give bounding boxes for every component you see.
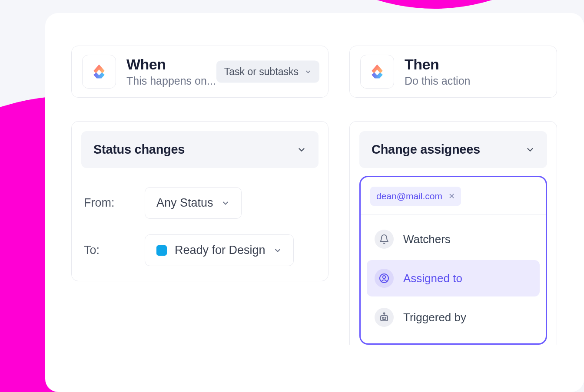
scope-label: Task or subtasks <box>224 66 299 78</box>
scope-selector[interactable]: Task or subtasks <box>216 61 319 83</box>
then-title: Then <box>405 56 470 73</box>
then-subtitle: Do this action <box>405 75 470 87</box>
trigger-type-selector[interactable]: Status changes <box>81 131 319 168</box>
robot-icon <box>375 308 394 327</box>
to-status-row: To: Ready for Design <box>81 234 319 266</box>
app-logo-box <box>82 55 116 89</box>
option-triggered-by[interactable]: Triggered by <box>367 299 540 336</box>
to-status-select[interactable]: Ready for Design <box>145 234 294 266</box>
when-column: When This happens on... Task or subtasks… <box>71 46 328 345</box>
chevron-down-icon <box>221 199 230 208</box>
option-label: Watchers <box>403 233 451 246</box>
from-status-value: Any Status <box>156 196 213 210</box>
assignee-option-list: Watchers Assigned to Tri <box>361 215 546 343</box>
from-status-select[interactable]: Any Status <box>145 187 242 219</box>
assignee-tag-row: dean@mail.com ✕ <box>361 177 546 215</box>
chevron-down-icon <box>297 145 306 155</box>
from-label: From: <box>84 196 145 210</box>
chevron-down-icon <box>273 246 282 255</box>
then-column: Then Do this action Change assignees dea… <box>349 46 557 345</box>
clickup-logo-icon <box>368 62 387 81</box>
from-status-row: From: Any Status <box>81 187 319 219</box>
to-status-value: Ready for Design <box>175 244 265 257</box>
to-label: To: <box>84 244 145 257</box>
action-type-selector[interactable]: Change assignees <box>359 131 547 168</box>
chevron-down-icon <box>305 68 312 75</box>
trigger-title: Status changes <box>93 142 185 157</box>
clickup-logo-icon <box>90 62 109 81</box>
trigger-section: Status changes From: Any Status To: Read… <box>71 121 328 281</box>
remove-tag-icon[interactable]: ✕ <box>448 191 455 201</box>
option-label: Assigned to <box>403 272 462 285</box>
bell-icon <box>375 230 394 249</box>
svg-point-1 <box>383 276 385 278</box>
when-subtitle: This happens on... <box>126 75 216 87</box>
app-logo-box <box>360 55 394 89</box>
assignee-tag-text: dean@mail.com <box>376 191 442 201</box>
assignee-tag-chip[interactable]: dean@mail.com ✕ <box>370 187 461 206</box>
when-title: When <box>126 56 216 73</box>
when-header: When This happens on... Task or subtasks <box>71 46 328 98</box>
svg-point-3 <box>382 317 384 319</box>
assignee-popover: dean@mail.com ✕ Watchers <box>359 176 547 345</box>
svg-point-4 <box>385 317 386 319</box>
person-circle-icon <box>375 269 394 288</box>
option-watchers[interactable]: Watchers <box>367 221 540 257</box>
chevron-down-icon <box>525 145 535 155</box>
decorative-magenta-arc <box>239 0 584 9</box>
action-section: Change assignees dean@mail.com ✕ <box>349 121 557 345</box>
then-header: Then Do this action <box>349 46 557 98</box>
svg-rect-2 <box>381 316 388 321</box>
automation-card: When This happens on... Task or subtasks… <box>45 13 584 392</box>
action-title: Change assignees <box>372 142 480 157</box>
option-assigned-to[interactable]: Assigned to <box>367 260 540 296</box>
status-color-swatch <box>156 245 167 256</box>
option-label: Triggered by <box>403 311 466 324</box>
